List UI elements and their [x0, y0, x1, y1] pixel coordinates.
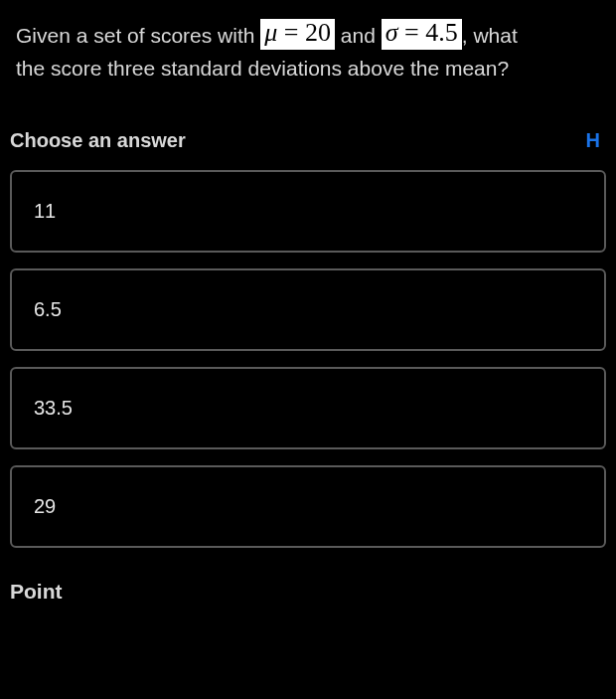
formula-sigma: σ = 4.5 — [382, 19, 462, 50]
answer-option-2[interactable]: 33.5 — [10, 367, 606, 449]
formula-mu-var: μ — [264, 18, 277, 47]
choose-row: Choose an answer H — [0, 111, 616, 156]
formula-sigma-var: σ — [385, 18, 398, 47]
answers-list: 11 6.5 33.5 29 — [0, 156, 616, 548]
formula-mu: μ = 20 — [260, 19, 335, 50]
q-mid2: , what — [462, 24, 518, 47]
q-prefix: Given a set of scores with — [16, 24, 260, 47]
question-block: Given a set of scores with μ = 20 and σ … — [0, 0, 616, 111]
choose-answer-label: Choose an answer — [10, 129, 186, 152]
q-line2: the score three standard deviations abov… — [16, 57, 509, 80]
point-label: Point — [0, 548, 616, 604]
q-mid1: and — [335, 24, 382, 47]
formula-mu-eq: = 20 — [277, 18, 331, 47]
question-text: Given a set of scores with μ = 20 and σ … — [16, 20, 600, 84]
formula-sigma-eq: = 4.5 — [398, 18, 458, 47]
answer-option-3[interactable]: 29 — [10, 465, 606, 548]
answer-option-1[interactable]: 6.5 — [10, 268, 606, 351]
answer-option-0[interactable]: 11 — [10, 170, 606, 253]
hint-link[interactable]: H — [586, 129, 600, 152]
